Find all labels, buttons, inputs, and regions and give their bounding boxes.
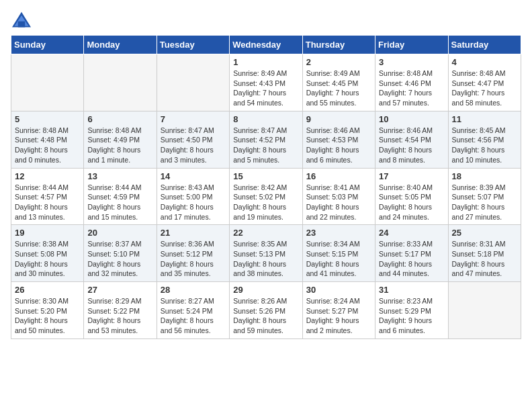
weekday-header-wednesday: Wednesday <box>230 36 302 54</box>
calendar-header: SundayMondayTuesdayWednesdayThursdayFrid… <box>11 36 521 54</box>
day-info: Sunrise: 8:23 AM Sunset: 5:29 PM Dayligh… <box>379 296 444 336</box>
calendar-cell: 20Sunrise: 8:37 AM Sunset: 5:10 PM Dayli… <box>84 225 157 282</box>
day-info: Sunrise: 8:47 AM Sunset: 4:52 PM Dayligh… <box>233 126 298 165</box>
calendar-cell: 30Sunrise: 8:24 AM Sunset: 5:27 PM Dayli… <box>302 282 375 339</box>
day-info: Sunrise: 8:48 AM Sunset: 4:47 PM Dayligh… <box>452 68 517 108</box>
calendar-cell: 5Sunrise: 8:48 AM Sunset: 4:48 PM Daylig… <box>11 111 84 168</box>
weekday-header-tuesday: Tuesday <box>157 36 229 54</box>
day-number: 24 <box>379 228 444 238</box>
weekday-header-friday: Friday <box>375 36 448 54</box>
weekday-header-thursday: Thursday <box>302 36 375 54</box>
calendar-week-1: 1Sunrise: 8:49 AM Sunset: 4:43 PM Daylig… <box>11 54 521 111</box>
calendar-week-3: 12Sunrise: 8:44 AM Sunset: 4:57 PM Dayli… <box>11 168 521 225</box>
day-number: 25 <box>452 228 517 238</box>
calendar-cell: 29Sunrise: 8:26 AM Sunset: 5:26 PM Dayli… <box>230 282 302 339</box>
calendar-cell: 9Sunrise: 8:46 AM Sunset: 4:53 PM Daylig… <box>302 111 375 168</box>
day-info: Sunrise: 8:48 AM Sunset: 4:49 PM Dayligh… <box>87 126 152 165</box>
day-number: 23 <box>306 228 371 238</box>
day-info: Sunrise: 8:39 AM Sunset: 5:07 PM Dayligh… <box>452 183 517 222</box>
calendar-cell: 18Sunrise: 8:39 AM Sunset: 5:07 PM Dayli… <box>448 168 521 225</box>
day-number: 21 <box>161 228 226 238</box>
calendar-cell: 17Sunrise: 8:40 AM Sunset: 5:05 PM Dayli… <box>375 168 448 225</box>
day-info: Sunrise: 8:30 AM Sunset: 5:20 PM Dayligh… <box>15 296 80 336</box>
calendar-cell: 12Sunrise: 8:44 AM Sunset: 4:57 PM Dayli… <box>11 168 84 225</box>
day-info: Sunrise: 8:46 AM Sunset: 4:53 PM Dayligh… <box>306 126 371 165</box>
calendar-cell: 27Sunrise: 8:29 AM Sunset: 5:22 PM Dayli… <box>84 282 157 339</box>
calendar-cell: 15Sunrise: 8:42 AM Sunset: 5:02 PM Dayli… <box>230 168 302 225</box>
day-info: Sunrise: 8:37 AM Sunset: 5:10 PM Dayligh… <box>87 239 152 279</box>
calendar-cell <box>157 54 229 111</box>
calendar-table: SundayMondayTuesdayWednesdayThursdayFrid… <box>11 35 521 339</box>
page-header <box>11 11 521 30</box>
calendar-week-2: 5Sunrise: 8:48 AM Sunset: 4:48 PM Daylig… <box>11 111 521 168</box>
day-number: 14 <box>161 171 226 181</box>
calendar-cell: 1Sunrise: 8:49 AM Sunset: 4:43 PM Daylig… <box>230 54 302 111</box>
calendar-cell: 26Sunrise: 8:30 AM Sunset: 5:20 PM Dayli… <box>11 282 84 339</box>
calendar-cell: 22Sunrise: 8:35 AM Sunset: 5:13 PM Dayli… <box>230 225 302 282</box>
day-number: 11 <box>452 114 517 124</box>
day-info: Sunrise: 8:36 AM Sunset: 5:12 PM Dayligh… <box>161 239 226 279</box>
calendar-cell: 24Sunrise: 8:33 AM Sunset: 5:17 PM Dayli… <box>375 225 448 282</box>
svg-rect-2 <box>18 21 26 28</box>
day-info: Sunrise: 8:35 AM Sunset: 5:13 PM Dayligh… <box>233 239 298 279</box>
day-number: 3 <box>379 57 444 67</box>
day-info: Sunrise: 8:44 AM Sunset: 4:59 PM Dayligh… <box>87 183 152 222</box>
day-info: Sunrise: 8:29 AM Sunset: 5:22 PM Dayligh… <box>87 296 152 336</box>
day-info: Sunrise: 8:40 AM Sunset: 5:05 PM Dayligh… <box>379 183 444 222</box>
day-number: 4 <box>452 57 517 67</box>
calendar-cell: 3Sunrise: 8:48 AM Sunset: 4:46 PM Daylig… <box>375 54 448 111</box>
day-info: Sunrise: 8:26 AM Sunset: 5:26 PM Dayligh… <box>233 296 298 336</box>
day-number: 15 <box>233 171 298 181</box>
calendar-cell: 4Sunrise: 8:48 AM Sunset: 4:47 PM Daylig… <box>448 54 521 111</box>
day-number: 28 <box>161 285 226 295</box>
day-info: Sunrise: 8:45 AM Sunset: 4:56 PM Dayligh… <box>452 126 517 165</box>
calendar-cell: 6Sunrise: 8:48 AM Sunset: 4:49 PM Daylig… <box>84 111 157 168</box>
calendar-cell: 21Sunrise: 8:36 AM Sunset: 5:12 PM Dayli… <box>157 225 229 282</box>
weekday-header-monday: Monday <box>84 36 157 54</box>
day-number: 8 <box>233 114 298 124</box>
day-number: 13 <box>87 171 152 181</box>
calendar-cell <box>448 282 521 339</box>
calendar-cell: 8Sunrise: 8:47 AM Sunset: 4:52 PM Daylig… <box>230 111 302 168</box>
day-number: 2 <box>306 57 371 67</box>
calendar-cell: 14Sunrise: 8:43 AM Sunset: 5:00 PM Dayli… <box>157 168 229 225</box>
day-info: Sunrise: 8:27 AM Sunset: 5:24 PM Dayligh… <box>161 296 226 336</box>
day-number: 10 <box>379 114 444 124</box>
day-number: 12 <box>15 171 80 181</box>
day-number: 9 <box>306 114 371 124</box>
calendar-cell <box>11 54 84 111</box>
day-number: 18 <box>452 171 517 181</box>
weekday-row: SundayMondayTuesdayWednesdayThursdayFrid… <box>11 36 521 54</box>
day-info: Sunrise: 8:38 AM Sunset: 5:08 PM Dayligh… <box>15 239 80 279</box>
day-info: Sunrise: 8:49 AM Sunset: 4:43 PM Dayligh… <box>233 68 298 108</box>
day-number: 27 <box>87 285 152 295</box>
day-info: Sunrise: 8:49 AM Sunset: 4:45 PM Dayligh… <box>306 68 371 108</box>
day-info: Sunrise: 8:42 AM Sunset: 5:02 PM Dayligh… <box>233 183 298 222</box>
calendar-cell: 16Sunrise: 8:41 AM Sunset: 5:03 PM Dayli… <box>302 168 375 225</box>
day-number: 30 <box>306 285 371 295</box>
day-number: 6 <box>87 114 152 124</box>
calendar-week-4: 19Sunrise: 8:38 AM Sunset: 5:08 PM Dayli… <box>11 225 521 282</box>
day-number: 16 <box>306 171 371 181</box>
day-info: Sunrise: 8:48 AM Sunset: 4:46 PM Dayligh… <box>379 68 444 108</box>
calendar-body: 1Sunrise: 8:49 AM Sunset: 4:43 PM Daylig… <box>11 54 521 339</box>
weekday-header-saturday: Saturday <box>448 36 521 54</box>
calendar-cell: 31Sunrise: 8:23 AM Sunset: 5:29 PM Dayli… <box>375 282 448 339</box>
day-info: Sunrise: 8:46 AM Sunset: 4:54 PM Dayligh… <box>379 126 444 165</box>
day-info: Sunrise: 8:33 AM Sunset: 5:17 PM Dayligh… <box>379 239 444 279</box>
calendar-cell <box>84 54 157 111</box>
calendar-cell: 11Sunrise: 8:45 AM Sunset: 4:56 PM Dayli… <box>448 111 521 168</box>
day-number: 1 <box>233 57 298 67</box>
calendar-cell: 25Sunrise: 8:31 AM Sunset: 5:18 PM Dayli… <box>448 225 521 282</box>
day-info: Sunrise: 8:31 AM Sunset: 5:18 PM Dayligh… <box>452 239 517 279</box>
day-info: Sunrise: 8:44 AM Sunset: 4:57 PM Dayligh… <box>15 183 80 222</box>
calendar-cell: 19Sunrise: 8:38 AM Sunset: 5:08 PM Dayli… <box>11 225 84 282</box>
calendar-cell: 23Sunrise: 8:34 AM Sunset: 5:15 PM Dayli… <box>302 225 375 282</box>
day-number: 31 <box>379 285 444 295</box>
logo-icon <box>11 11 32 30</box>
day-number: 7 <box>161 114 226 124</box>
calendar-cell: 28Sunrise: 8:27 AM Sunset: 5:24 PM Dayli… <box>157 282 229 339</box>
day-info: Sunrise: 8:47 AM Sunset: 4:50 PM Dayligh… <box>161 126 226 165</box>
day-info: Sunrise: 8:24 AM Sunset: 5:27 PM Dayligh… <box>306 296 371 336</box>
calendar-cell: 13Sunrise: 8:44 AM Sunset: 4:59 PM Dayli… <box>84 168 157 225</box>
